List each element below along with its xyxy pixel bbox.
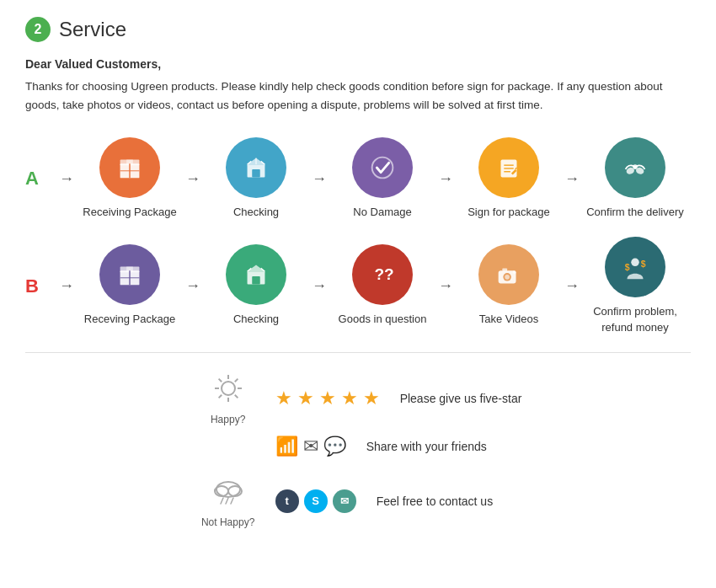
goods-question-label: Goods in question — [339, 312, 427, 327]
receiving-package-icon — [99, 137, 160, 198]
happy-label: Happy? — [211, 414, 245, 425]
share-icons: 📶 ✉ 💬 — [275, 436, 346, 457]
section-number: 2 — [25, 17, 51, 42]
flow-row-b: B → Receving Package → — [25, 237, 691, 334]
svg-line-52 — [226, 498, 228, 504]
email-share-icon: ✉ — [303, 436, 318, 457]
goods-question-icon: ?? — [352, 244, 413, 305]
svg-text:??: ?? — [375, 265, 394, 283]
arrow-a2: → — [312, 170, 327, 188]
flow-item-sign-package: Sign for package — [458, 137, 559, 220]
intro-section: Dear Valued Customers, Thanks for choosi… — [25, 57, 691, 114]
share-text: Share with your friends — [366, 440, 487, 453]
row-a-label: A — [25, 168, 51, 190]
sign-package-label: Sign for package — [468, 205, 550, 220]
arrow-a4: → — [564, 170, 580, 188]
sign-package-icon — [478, 137, 539, 198]
take-videos-label: Take Videos — [479, 312, 539, 327]
checking-a-label: Checking — [233, 205, 279, 220]
svg-line-47 — [218, 395, 222, 398]
confirm-delivery-icon — [605, 137, 665, 198]
svg-rect-27 — [252, 276, 260, 285]
svg-point-36 — [631, 259, 639, 267]
row-b-label: B — [25, 275, 51, 297]
flow-item-checking-a: Checking — [206, 137, 307, 220]
svg-marker-26 — [248, 265, 265, 272]
svg-point-11 — [372, 158, 393, 179]
happy-share-row: 📶 ✉ 💬 Share with your friends — [195, 436, 522, 457]
intro-body: Thanks for choosing Ugreen products. Ple… — [25, 78, 691, 114]
checking-b-icon — [226, 244, 286, 305]
svg-point-33 — [505, 275, 510, 280]
svg-line-51 — [221, 498, 223, 504]
receiving-package-label: Receiving Package — [83, 205, 176, 220]
take-videos-icon — [478, 244, 539, 305]
confirm-refund-label: Confirm problem,refund money — [593, 304, 677, 334]
skype-icon: S — [304, 489, 328, 513]
star-2-icon: ★ — [297, 388, 314, 409]
flow-item-take-videos: Take Videos — [458, 244, 559, 327]
five-star-text: Please give us five-star — [400, 392, 522, 405]
row-b-items: B → Receving Package → — [25, 237, 691, 334]
contact-icons: t S ✉ — [275, 489, 356, 513]
not-happy-label: Not Happy? — [201, 516, 254, 528]
arrow-b0: → — [59, 277, 74, 295]
arrow-b3: → — [438, 277, 453, 295]
happy-five-star-row: Happy? ★ ★ ★ ★ ★ Please give us five-sta… — [195, 372, 522, 425]
bottom-section: Happy? ★ ★ ★ ★ ★ Please give us five-sta… — [25, 352, 691, 528]
svg-text:$: $ — [641, 259, 646, 269]
svg-line-46 — [234, 378, 238, 382]
arrow-b1: → — [185, 277, 200, 295]
confirm-delivery-label: Confirm the delivery — [586, 205, 684, 220]
chat-icon: 💬 — [323, 436, 346, 457]
svg-point-19 — [633, 164, 638, 169]
checking-b-label: Checking — [233, 312, 279, 327]
checking-a-icon — [226, 137, 286, 198]
not-happy-icon-label: Not Happy? — [195, 474, 262, 528]
arrow-a3: → — [438, 170, 453, 188]
flow-item-goods-question: ?? Goods in question — [332, 244, 433, 327]
intro-dear: Dear Valued Customers, — [25, 57, 691, 71]
flow-item-receiving-package: Receiving Package — [79, 137, 180, 220]
no-damage-icon — [352, 137, 413, 198]
arrow-a1: → — [185, 170, 200, 188]
star-1-icon: ★ — [275, 388, 292, 409]
arrow-a0: → — [59, 170, 74, 188]
svg-rect-7 — [252, 169, 260, 178]
star-3-icon: ★ — [319, 388, 336, 409]
arrow-b2: → — [312, 277, 327, 295]
svg-line-53 — [231, 498, 233, 504]
cloud-rain-icon — [210, 474, 247, 513]
svg-text:$: $ — [625, 263, 630, 272]
flow-row-a: A → Receiving Package → — [25, 137, 691, 220]
star-5-icon: ★ — [363, 388, 380, 409]
wifi-phone-icon: 📶 — [275, 436, 298, 457]
five-star-icons: ★ ★ ★ ★ ★ — [275, 388, 380, 409]
svg-rect-34 — [502, 269, 507, 272]
svg-point-39 — [222, 382, 235, 395]
contact-text: Feel free to contact us — [377, 494, 494, 508]
svg-point-35 — [513, 271, 516, 275]
not-happy-contact-row: Not Happy? t S ✉ Feel free to contact us — [195, 474, 522, 528]
happy-icon-label: Happy? — [195, 372, 262, 425]
confirm-refund-icon: $ $ — [605, 237, 665, 297]
svg-line-44 — [218, 378, 222, 382]
arrow-b4: → — [564, 277, 580, 295]
flow-item-confirm-refund: $ $ Confirm problem,refund money — [585, 237, 686, 334]
email-contact-icon: ✉ — [333, 489, 356, 513]
flow-item-receving-package: Receving Package — [79, 244, 180, 327]
bottom-grid: Happy? ★ ★ ★ ★ ★ Please give us five-sta… — [195, 372, 522, 528]
flow-item-checking-b: Checking — [206, 244, 307, 327]
sun-icon — [211, 372, 245, 410]
flow-item-confirm-delivery: Confirm the delivery — [585, 137, 686, 220]
tumblr-icon: t — [275, 489, 299, 513]
service-header: 2 Service — [25, 17, 691, 42]
no-damage-label: No Damage — [353, 205, 411, 220]
flow-item-no-damage: No Damage — [332, 137, 433, 220]
receving-package-label: Receving Package — [84, 312, 175, 327]
svg-line-45 — [234, 395, 238, 398]
receving-package-icon — [99, 244, 160, 305]
section-title: Service — [59, 18, 126, 41]
star-4-icon: ★ — [341, 388, 358, 409]
row-a-items: A → Receiving Package → — [25, 137, 691, 220]
